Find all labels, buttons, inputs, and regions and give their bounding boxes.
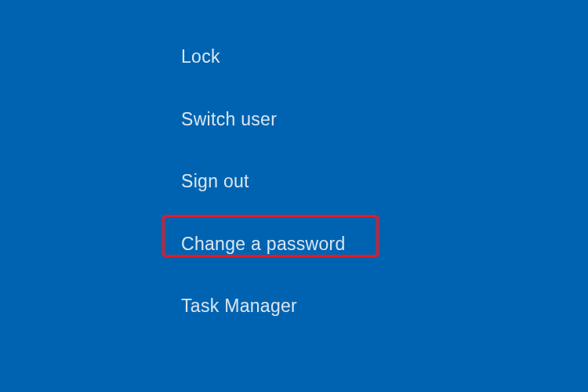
sign-out-option[interactable]: Sign out bbox=[175, 168, 352, 196]
switch-user-option[interactable]: Switch user bbox=[175, 106, 352, 134]
lock-option[interactable]: Lock bbox=[175, 43, 352, 71]
task-manager-option[interactable]: Task Manager bbox=[175, 292, 352, 321]
change-password-option[interactable]: Change a password bbox=[175, 230, 352, 259]
security-options-menu: Lock Switch user Sign out Change a passw… bbox=[175, 43, 352, 321]
